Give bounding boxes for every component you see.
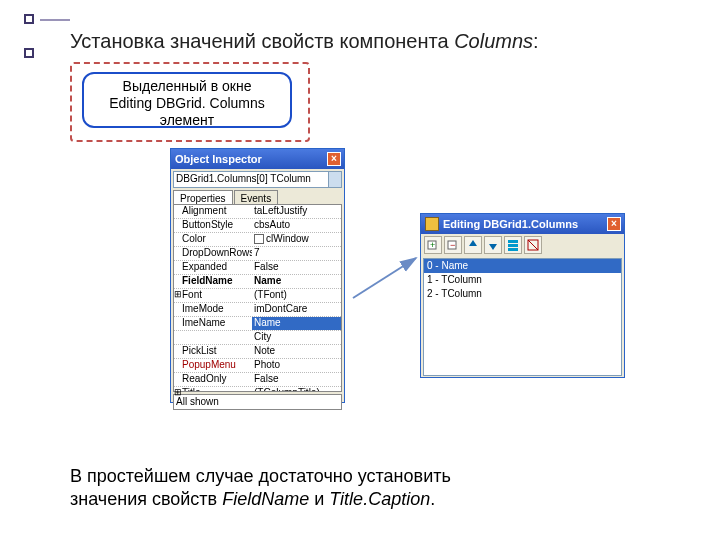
prop-row: ReadOnlyFalse [174,373,341,387]
expand-icon[interactable]: ⊞ [174,387,182,392]
bt-mid: и [309,489,329,509]
inspector-title: Object Inspector [175,153,262,165]
prop-row: FieldNameName [174,275,341,289]
close-icon[interactable]: × [327,152,341,166]
bullet-square [24,48,34,58]
checkbox-icon[interactable] [254,234,264,244]
moveup-button[interactable] [464,236,482,254]
svg-rect-7 [508,244,518,247]
close-icon[interactable]: × [607,217,621,231]
list-item[interactable]: 1 - TColumn [424,273,621,287]
bt-em1: FieldName [222,489,309,509]
bullet-line [40,19,70,21]
svg-line-12 [353,258,416,298]
prop-row: ColorclWindow [174,233,341,247]
inspector-tabs: Properties Events [173,190,342,204]
all-fields-button[interactable] [504,236,522,254]
prop-row: ButtonStylecbsAuto [174,219,341,233]
editor-title: Editing DBGrid1.Columns [443,218,578,230]
svg-marker-4 [469,240,477,246]
combo-value: DBGrid1.Columns[0] TColumn [176,173,311,184]
dropdown-item: PopupMenuPhoto [174,359,341,373]
columns-editor-window: Editing DBGrid1.Columns × + − 0 - Name 1… [420,213,625,378]
callout-line2: Editing DBGrid. Columns [84,95,290,112]
prop-row: ExpandedFalse [174,261,341,275]
list-item[interactable]: 0 - Name [424,259,621,273]
bottom-text: В простейшем случае достаточно установит… [70,465,650,512]
editor-toolbar: + − [421,234,624,256]
delete-button[interactable]: − [444,236,462,254]
object-inspector-window: Object Inspector × DBGrid1.Columns[0] TC… [170,148,345,403]
columns-list[interactable]: 0 - Name 1 - TColumn 2 - TColumn [423,258,622,376]
bt-l2a: значения свойств [70,489,222,509]
svg-text:+: + [430,240,435,250]
svg-line-10 [528,240,538,250]
callout-box: Выделенный в окне Editing DBGrid. Column… [82,72,292,128]
prop-row: AlignmenttaLeftJustify [174,205,341,219]
editor-titlebar[interactable]: Editing DBGrid1.Columns × [421,214,624,234]
tab-events[interactable]: Events [234,190,279,204]
dropdown-item: City [174,331,341,345]
bt-em2: Title.Caption [329,489,430,509]
callout-line1: Выделенный в окне [84,78,290,95]
prop-row-selected: ImeNameName [174,317,341,331]
svg-marker-5 [489,244,497,250]
movedown-button[interactable] [484,236,502,254]
prop-row: ⊞Title(TColumnTitle) [174,387,341,392]
bt-end: . [430,489,435,509]
title-post: : [533,30,539,52]
bt-l1: В простейшем случае достаточно установит… [70,466,451,486]
page-title: Установка значений свойств компонента Co… [70,30,539,53]
callout-line3: элемент [84,112,290,129]
svg-rect-8 [508,248,518,251]
app-icon [425,217,439,231]
inspector-titlebar[interactable]: Object Inspector × [171,149,344,169]
tab-properties[interactable]: Properties [173,190,233,204]
property-grid[interactable]: AlignmenttaLeftJustify ButtonStylecbsAut… [173,204,342,392]
inspector-status: All shown [173,394,342,410]
reset-button[interactable] [524,236,542,254]
arrow-icon [348,250,428,312]
prop-row: ⊞Font(TFont) [174,289,341,303]
prop-row: DropDownRows7 [174,247,341,261]
dropdown-item: PickListNote [174,345,341,359]
expand-icon[interactable]: ⊞ [174,289,182,299]
chevron-down-icon[interactable] [328,172,341,187]
component-selector-combo[interactable]: DBGrid1.Columns[0] TColumn [173,171,342,188]
title-pre: Установка значений свойств компонента [70,30,454,52]
list-item[interactable]: 2 - TColumn [424,287,621,301]
svg-rect-6 [508,240,518,243]
prop-row: ImeModeimDontCare [174,303,341,317]
title-em: Columns [454,30,533,52]
svg-text:−: − [450,240,455,250]
bullet-square [24,14,34,24]
